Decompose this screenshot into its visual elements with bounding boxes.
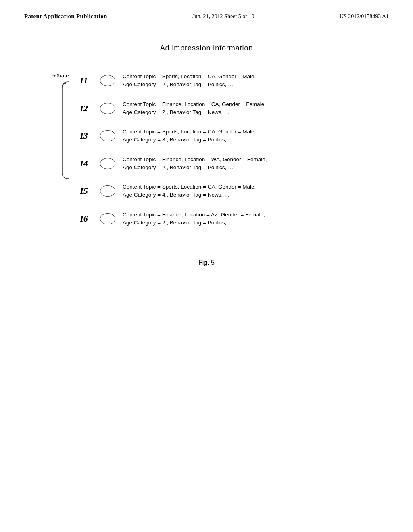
left-bracket: [56, 80, 73, 180]
impression-id-1: I1: [76, 75, 92, 86]
impression-rows: I1 Content Topic = Sports, Location = CA…: [76, 73, 267, 227]
oval-2: [100, 103, 115, 114]
impression-id-2: I2: [76, 103, 92, 114]
impression-id-6: I6: [76, 214, 92, 224]
page-header: Patent Application Publication Jun. 21, …: [0, 0, 413, 20]
bracket-label: 505a-e: [52, 73, 69, 79]
sheet-info: Jun. 21, 2012 Sheet 5 of 10: [192, 13, 254, 20]
impression-text-5: Content Topic = Sports, Location = CA, G…: [123, 183, 256, 200]
impression-text-1: Content Topic = Sports, Location = CA, G…: [123, 73, 256, 89]
list-item: I6 Content Topic = Finance, Location = A…: [76, 211, 267, 227]
oval-1: [100, 75, 115, 86]
impression-text-6: Content Topic = Finance, Location = AZ, …: [123, 211, 265, 227]
impression-id-3: I3: [76, 131, 92, 141]
impression-id-4: I4: [76, 158, 92, 169]
list-item: I3 Content Topic = Sports, Location = CA…: [76, 128, 267, 144]
impression-id-5: I5: [76, 186, 92, 196]
diagram-title: Ad impression information: [160, 44, 253, 52]
oval-5: [100, 185, 115, 197]
oval-6: [100, 213, 115, 224]
publication-label: Patent Application Publication: [24, 13, 107, 20]
list-item: I5 Content Topic = Sports, Location = CA…: [76, 183, 267, 200]
list-item: I2 Content Topic = Finance, Location = C…: [76, 100, 267, 117]
patent-number: US 2012/0158493 A1: [340, 13, 389, 20]
oval-4: [100, 158, 115, 169]
impression-text-4: Content Topic = Finance, Location = WA, …: [123, 156, 267, 172]
main-content: Ad impression information 505a-e I1 Cont…: [0, 20, 413, 266]
oval-3: [100, 130, 115, 141]
impression-text-2: Content Topic = Finance, Location = CA, …: [123, 100, 266, 117]
figure-label: Fig. 5: [32, 259, 381, 266]
list-item: I1 Content Topic = Sports, Location = CA…: [76, 73, 267, 89]
list-item: I4 Content Topic = Finance, Location = W…: [76, 156, 267, 172]
impression-text-3: Content Topic = Sports, Location = CA, G…: [123, 128, 256, 144]
